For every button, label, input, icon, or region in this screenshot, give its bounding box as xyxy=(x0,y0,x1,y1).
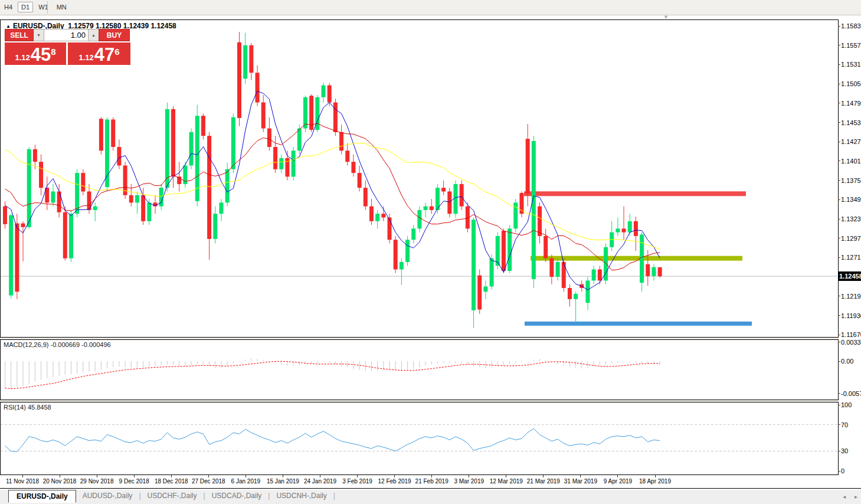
price-axis-label-tick xyxy=(838,335,840,335)
buy-price-prefix: 1.12 xyxy=(78,53,93,62)
symbol-marker-icon[interactable]: ▲ xyxy=(6,24,11,29)
sell-button[interactable]: SELL xyxy=(5,29,34,41)
buy-price-quote[interactable]: 1.12 47 6 xyxy=(68,42,130,65)
rsi-axis-label-tick xyxy=(838,471,840,472)
price-axis-label: 1.15050 xyxy=(841,80,861,87)
rsi-axis-label-tick xyxy=(838,405,840,405)
price-axis-label: 1.15310 xyxy=(841,61,861,68)
price-axis-label-tick xyxy=(838,296,840,296)
price-axis-label-tick xyxy=(838,199,840,200)
price-axis-label: 1.14530 xyxy=(841,119,861,126)
price-axis-label: 1.12970 xyxy=(841,235,861,242)
price-axis-label-tick xyxy=(838,84,840,84)
trading-terminal-window: H4D1W1MN ▼ ▲EURUSD-,Daily 1.12579 1.1258… xyxy=(0,0,861,504)
date-tick xyxy=(543,475,544,477)
symbol-tab-eurusd[interactable]: EURUSD-,Daily xyxy=(8,490,76,503)
volume-field-wrap: ▴ xyxy=(44,29,99,41)
price-axis-label-tick xyxy=(838,315,840,316)
price-axis-label-tick xyxy=(838,161,840,161)
volume-input[interactable] xyxy=(44,30,87,40)
date-axis-label: 3 Mar 2019 xyxy=(454,478,484,485)
timeframe-h4[interactable]: H4 xyxy=(1,2,15,12)
buy-price-big-digits: 47 xyxy=(94,46,114,64)
rsi-panel-canvas[interactable] xyxy=(0,402,839,475)
tab-scroll-arrows: ◂ ▸ xyxy=(836,493,857,500)
price-axis-label-tick xyxy=(838,122,840,123)
volume-dropdown-button[interactable]: ▾ xyxy=(34,29,44,41)
toolbar-separator xyxy=(47,1,48,14)
price-axis-label-tick xyxy=(838,45,840,45)
timeframe-d1[interactable]: D1 xyxy=(18,2,33,12)
date-axis-label: 6 Jan 2019 xyxy=(231,478,261,485)
date-axis-label: 15 Jan 2019 xyxy=(267,478,299,485)
date-axis-label: 31 Mar 2019 xyxy=(564,478,597,485)
sell-price-prefix: 1.12 xyxy=(15,53,30,62)
buy-price-pipette: 6 xyxy=(114,47,119,57)
date-axis-label: 11 Nov 2018 xyxy=(6,478,39,485)
symbol-tab-usdcnh[interactable]: USDCNH-,Daily xyxy=(270,490,333,502)
sell-price-pipette: 8 xyxy=(51,47,55,57)
tabs-scroll-left-icon[interactable]: ◂ xyxy=(843,493,846,500)
date-tick xyxy=(283,475,283,477)
volume-spin-up-button[interactable]: ▴ xyxy=(88,30,99,41)
timeframe-toolbar: H4D1W1MN xyxy=(0,0,861,15)
buy-button[interactable]: BUY xyxy=(99,29,130,41)
macd-axis-label: 0.003386 xyxy=(841,339,861,346)
date-tick xyxy=(97,475,97,477)
rsi-axis-label-tick xyxy=(838,451,840,451)
macd-axis-label: -0.00574 xyxy=(841,390,861,397)
price-axis-label: 1.11930 xyxy=(841,312,861,319)
date-tick xyxy=(431,475,432,477)
timeframe-w1[interactable]: W1 xyxy=(35,2,51,12)
macd-axis-label: 0.00 xyxy=(841,358,853,365)
price-axis-label-tick xyxy=(838,26,840,27)
date-axis-label: 9 Dec 2018 xyxy=(119,478,149,485)
date-axis-label: 9 Apr 2019 xyxy=(604,478,632,485)
macd-axis-label-tick xyxy=(838,361,840,362)
price-axis-label: 1.15570 xyxy=(841,42,861,49)
symbol-tab-usdcad[interactable]: USDCAD-,Daily xyxy=(205,490,269,502)
date-axis-label: 18 Dec 2018 xyxy=(155,478,188,485)
sell-price-quote[interactable]: 1.12 45 8 xyxy=(5,42,66,65)
date-tick xyxy=(617,475,618,477)
tabs-scroll-right-icon[interactable]: ▸ xyxy=(855,493,857,500)
price-chart-canvas[interactable] xyxy=(0,19,839,338)
price-axis-label: 1.11670 xyxy=(841,331,861,338)
date-tick xyxy=(245,475,246,477)
date-tick xyxy=(394,475,395,477)
date-axis-label: 21 Feb 2019 xyxy=(415,478,448,485)
date-axis-label: 12 Feb 2019 xyxy=(378,478,411,485)
date-tick xyxy=(655,475,656,477)
rsi-axis-label: 100 xyxy=(841,401,852,408)
date-tick xyxy=(320,475,320,477)
hline-resistance xyxy=(524,191,746,196)
tab-divider: | xyxy=(333,490,335,500)
macd-panel-canvas[interactable] xyxy=(0,339,839,400)
one-click-trade-panel: SELL ▾ ▴ BUY 1.12 45 8 1.12 47 6 xyxy=(5,29,131,65)
price-axis-label: 1.14270 xyxy=(841,138,861,145)
rsi-axis-label-tick xyxy=(838,424,840,425)
macd-indicator-label: MACD(12,26,9) -0.000669 -0.000496 xyxy=(4,341,111,348)
symbol-tab-usdchf[interactable]: USDCHF-,Daily xyxy=(141,490,204,502)
date-axis-label: 21 Mar 2019 xyxy=(527,478,560,485)
date-tick xyxy=(134,475,135,477)
hline-support xyxy=(525,322,752,326)
rsi-axis-label: 70 xyxy=(841,421,848,428)
price-axis-label-tick xyxy=(838,219,840,220)
date-tick xyxy=(469,475,469,477)
price-axis-label: 1.12710 xyxy=(841,254,861,261)
price-axis-label-tick xyxy=(838,64,840,65)
date-tick xyxy=(580,475,581,477)
timeframe-mn[interactable]: MN xyxy=(54,2,70,12)
date-tick xyxy=(171,475,172,477)
date-tick xyxy=(60,475,60,477)
rsi-axis-label: 0 xyxy=(841,467,844,474)
symbol-tab-audusd[interactable]: AUDUSD-,Daily xyxy=(76,490,139,502)
macd-axis-label-tick xyxy=(838,342,840,342)
price-axis-label: 1.15830 xyxy=(841,22,861,30)
current-price-tag: 1.12458 xyxy=(838,271,861,281)
date-axis-label: 29 Nov 2018 xyxy=(80,478,114,485)
price-axis-label: 1.12190 xyxy=(841,293,861,300)
price-axis-label-tick xyxy=(838,257,840,258)
chevron-up-icon: ▴ xyxy=(92,32,94,38)
